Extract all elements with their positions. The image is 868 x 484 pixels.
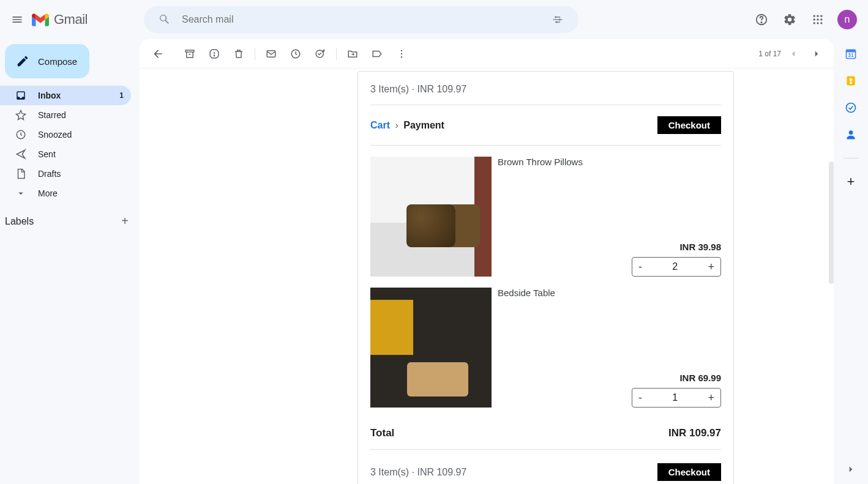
trash-icon: [233, 48, 244, 59]
svg-point-8: [814, 18, 815, 20]
snooze-button[interactable]: [283, 42, 308, 66]
qty-value: 1: [672, 392, 678, 403]
svg-point-9: [817, 18, 818, 20]
contacts-app-icon[interactable]: [845, 128, 857, 141]
qty-increase[interactable]: +: [708, 261, 714, 274]
report-spam-button[interactable]: [202, 42, 226, 66]
spam-icon: [209, 48, 220, 59]
nav-more[interactable]: More: [0, 184, 131, 203]
nav-label: More: [38, 188, 58, 198]
svg-point-32: [849, 130, 853, 135]
chevron-left-icon: [788, 48, 799, 59]
nav-label: Snoozed: [38, 130, 72, 140]
sidebar: Compose Inbox 1 Starred Snoozed Sent: [0, 39, 140, 484]
chevron-down-icon: [15, 188, 27, 199]
svg-point-22: [401, 50, 402, 51]
checkout-button-bottom[interactable]: Checkout: [657, 463, 721, 481]
tasks-app-icon[interactable]: [845, 102, 857, 114]
qty-decrease[interactable]: -: [638, 392, 642, 404]
apps-button[interactable]: [806, 7, 830, 32]
svg-point-6: [817, 15, 818, 17]
gear-icon: [783, 13, 796, 26]
svg-point-0: [555, 16, 556, 18]
inbox-count: 1: [119, 91, 124, 100]
clock-icon: [15, 129, 27, 140]
svg-point-18: [214, 55, 214, 56]
product-name: Bedside Table: [498, 288, 721, 298]
qty-decrease[interactable]: -: [638, 261, 642, 274]
pager-prev[interactable]: [782, 43, 804, 65]
move-to-button[interactable]: [340, 42, 365, 66]
product-image: [370, 288, 492, 408]
header: Gmail n: [0, 0, 868, 39]
search-bar[interactable]: [144, 6, 578, 33]
svg-point-4: [761, 22, 761, 23]
inbox-icon: [15, 90, 27, 101]
side-panel-collapse[interactable]: [842, 461, 859, 478]
settings-button[interactable]: [777, 7, 802, 32]
svg-point-5: [814, 15, 815, 17]
add-task-button[interactable]: [308, 42, 332, 66]
total-row: Total INR 109.97: [370, 411, 721, 450]
nav-label: Starred: [38, 110, 66, 120]
gmail-logo[interactable]: Gmail: [32, 12, 88, 28]
nav-inbox[interactable]: Inbox 1: [0, 86, 131, 105]
folder-list: Inbox 1 Starred Snoozed Sent Drafts M: [0, 86, 140, 203]
nav-sent[interactable]: Sent: [0, 144, 131, 164]
search-input[interactable]: [177, 14, 545, 25]
nav-drafts[interactable]: Drafts: [0, 164, 131, 184]
pager-next[interactable]: [806, 43, 828, 65]
keep-app-icon[interactable]: [845, 75, 857, 87]
cart-item: Bedside Table INR 69.99 - 1 +: [370, 277, 721, 408]
breadcrumb-cart[interactable]: Cart: [370, 120, 390, 130]
content-area[interactable]: 3 Item(s) · INR 109.97 Cart › Payment Ch…: [140, 69, 834, 484]
email-body-card: 3 Item(s) · INR 109.97 Cart › Payment Ch…: [357, 71, 734, 484]
search-options-icon[interactable]: [545, 7, 570, 32]
delete-button[interactable]: [226, 42, 251, 66]
nav-label: Inbox: [38, 91, 61, 100]
product-price: INR 39.98: [498, 242, 721, 252]
back-button[interactable]: [146, 42, 170, 66]
breadcrumb-sep: ›: [395, 120, 398, 130]
qty-value: 2: [672, 261, 678, 272]
star-icon: [15, 110, 27, 121]
account-avatar[interactable]: n: [837, 10, 857, 29]
nav-starred[interactable]: Starred: [0, 105, 131, 125]
scrollbar-thumb[interactable]: [829, 162, 834, 284]
support-button[interactable]: [749, 7, 774, 32]
svg-point-24: [401, 56, 402, 58]
addons-button[interactable]: +: [845, 176, 857, 188]
add-label-button[interactable]: +: [121, 214, 129, 228]
footer-row: 3 Item(s) · INR 109.97 Checkout: [370, 450, 721, 481]
labels-button[interactable]: [365, 42, 389, 66]
svg-point-10: [820, 18, 822, 20]
pager-text: 1 of 17: [758, 50, 781, 58]
nav-label: Drafts: [38, 169, 61, 179]
more-button[interactable]: [389, 42, 414, 66]
svg-text:31: 31: [848, 52, 854, 58]
cart-item: Brown Throw Pillows INR 39.98 - 2 +: [370, 146, 721, 277]
calendar-app-icon[interactable]: 31: [845, 48, 857, 60]
main-menu-button[interactable]: [5, 7, 29, 32]
search-icon[interactable]: [152, 7, 177, 32]
mark-unread-button[interactable]: [259, 42, 283, 66]
send-icon: [15, 149, 27, 160]
quantity-stepper: - 2 +: [632, 257, 721, 277]
folder-move-icon: [347, 48, 358, 59]
breadcrumb: Cart › Payment: [370, 120, 444, 131]
qty-increase[interactable]: +: [708, 392, 714, 404]
gmail-icon: [32, 13, 49, 26]
total-label: Total: [370, 427, 394, 439]
checkout-button-top[interactable]: Checkout: [657, 116, 721, 134]
archive-button[interactable]: [178, 42, 202, 66]
compose-button[interactable]: Compose: [5, 44, 89, 78]
archive-icon: [184, 48, 195, 59]
svg-point-23: [401, 53, 402, 54]
svg-point-31: [847, 103, 856, 113]
nav-snoozed[interactable]: Snoozed: [0, 125, 131, 144]
svg-point-11: [814, 22, 815, 24]
chevron-right-icon: [811, 48, 822, 59]
compose-label: Compose: [38, 56, 77, 67]
arrow-left-icon: [152, 48, 164, 60]
breadcrumb-row: Cart › Payment Checkout: [370, 105, 721, 146]
